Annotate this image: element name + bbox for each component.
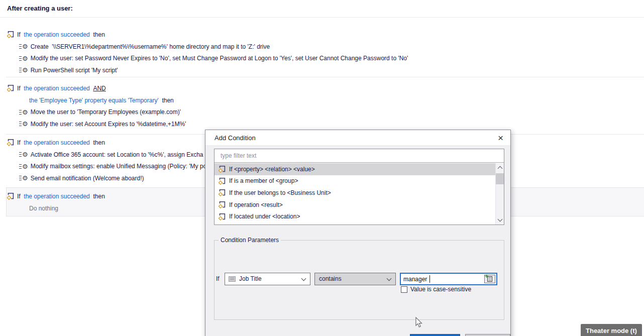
- rule-text-segment: AND: [93, 85, 105, 92]
- condition-type-listbox: If <property> <relation> <value>If is a …: [214, 149, 504, 225]
- condition-type-label: If is a member of <group>: [229, 177, 298, 184]
- rule-text-segment: then: [90, 31, 105, 38]
- condition-type-label: If operation <result>: [229, 201, 283, 208]
- rules-header: After creating a user:: [7, 5, 73, 12]
- condition-icon: [219, 213, 226, 220]
- condition-icon: [219, 201, 226, 208]
- insert-value-button[interactable]: [484, 275, 495, 283]
- condition-icon: [7, 139, 14, 146]
- page: After creating a user: If the operation …: [0, 0, 644, 336]
- rule-condition-link[interactable]: the operation succeeded: [24, 31, 89, 38]
- rule-text-segment: [90, 85, 93, 92]
- condition-icon: [7, 192, 14, 200]
- rule-condition-link[interactable]: the operation succeeded: [24, 193, 89, 200]
- condition-type-item[interactable]: If the user belongs to <Business Unit>: [214, 187, 495, 199]
- condition-icon: [7, 84, 14, 92]
- value-input[interactable]: [401, 274, 485, 284]
- condition-type-item[interactable]: If operation <result>: [214, 199, 495, 211]
- condition-type-label: If the user belongs to <Business Unit>: [229, 189, 331, 196]
- rule-text-segment: then: [90, 139, 105, 146]
- chevron-down-icon: [387, 276, 392, 281]
- rule-text-segment: Create '\\SERVER1\%department%\%username…: [31, 43, 270, 50]
- property-dropdown-value: Job Title: [239, 273, 262, 285]
- condition-type-label: If <property> <relation> <value>: [229, 166, 315, 173]
- condition-type-label: If located under <location>: [229, 213, 300, 220]
- add-condition-dialog: Add Condition × If <property> <relation>…: [205, 130, 511, 336]
- rule-block: If the operation succeeded ANDthe 'Emplo…: [0, 82, 644, 130]
- rule-text-segment: then: [90, 193, 105, 200]
- close-icon[interactable]: ×: [496, 133, 505, 143]
- rule-action-row[interactable]: ⚙Run PowerShell script 'My script': [0, 64, 644, 76]
- dialog-primary-button[interactable]: [410, 334, 460, 336]
- relation-dropdown-value: contains: [319, 273, 342, 285]
- action-gear-icon: ⚙: [19, 109, 28, 116]
- condition-type-item[interactable]: If is a member of <group>: [214, 175, 495, 187]
- rule-text-segment: Send email notification (Welcome aboard!…: [31, 175, 144, 182]
- if-label: If: [216, 273, 220, 285]
- rule-text-segment: Modify the user: set Password Never Expi…: [31, 55, 408, 62]
- scroll-up-icon[interactable]: [496, 163, 504, 172]
- rule-text-segment: Move the user to 'Temporary Employees (e…: [31, 108, 181, 116]
- condition-icon: [219, 165, 226, 173]
- condition-type-item[interactable]: If <property> <relation> <value>: [214, 163, 495, 175]
- dialog-secondary-button[interactable]: [465, 334, 510, 336]
- rule-text-segment: Modify mailbox settings: enable Unified …: [31, 163, 206, 170]
- rule-text-segment: Run PowerShell script 'My script': [31, 67, 118, 74]
- property-dropdown[interactable]: Job Title: [225, 273, 310, 285]
- action-gear-icon: ⚙: [19, 55, 28, 62]
- scroll-down-icon[interactable]: [496, 216, 504, 225]
- scrollbar[interactable]: [495, 163, 504, 225]
- condition-filter-input[interactable]: [214, 149, 504, 163]
- rule-text-segment: Modify the user: set Account Expires to …: [31, 121, 186, 128]
- action-gear-icon: ⚙: [19, 151, 28, 158]
- text-caret: [430, 275, 430, 283]
- dialog-titlebar: Add Condition ×: [205, 130, 510, 146]
- condition-icon: [7, 31, 14, 38]
- rule-block: If the operation succeeded then⚙Create '…: [0, 29, 644, 76]
- value-input-wrap: [400, 273, 497, 285]
- condition-icon: [219, 189, 226, 196]
- rule-condition-row: If the operation succeeded AND: [0, 82, 644, 94]
- action-gear-icon: ⚙: [19, 67, 28, 73]
- separator: [6, 77, 644, 77]
- action-gear-icon: ⚙: [19, 43, 28, 50]
- case-sensitive-checkbox[interactable]: [401, 286, 407, 293]
- group-label: Condition Parameters: [219, 237, 281, 244]
- rule-condition-link[interactable]: the operation succeeded: [24, 85, 89, 92]
- insert-value-icon: [487, 276, 492, 282]
- rule-text-segment: Do nothing: [29, 205, 58, 212]
- chevron-down-icon: [301, 276, 306, 281]
- rule-action-row[interactable]: ⚙Create '\\SERVER1\%department%\%usernam…: [0, 41, 644, 53]
- condition-type-item[interactable]: If located under <location>: [214, 210, 495, 222]
- relation-dropdown[interactable]: contains: [314, 273, 396, 285]
- action-gear-icon: ⚙: [19, 175, 28, 181]
- action-gear-icon: ⚙: [19, 163, 28, 170]
- rule-action-row[interactable]: ⚙Modify the user: set Account Expires to…: [0, 118, 644, 130]
- separator: [0, 17, 644, 18]
- rule-text-segment: If: [17, 139, 24, 146]
- rule-condition-link[interactable]: the operation succeeded: [24, 139, 89, 146]
- condition-type-list: If <property> <relation> <value>If is a …: [214, 163, 495, 225]
- dialog-title: Add Condition: [214, 134, 256, 142]
- rule-condition-row: If the operation succeeded then: [0, 29, 644, 41]
- rule-condition-row: the 'Employee Type' property equals 'Tem…: [0, 94, 644, 106]
- action-gear-icon: ⚙: [19, 121, 28, 127]
- condition-icon: [219, 177, 226, 185]
- case-sensitive-label: Value is case-sensitive: [410, 286, 471, 293]
- rule-text-segment: If: [17, 193, 24, 200]
- theater-mode-tooltip: Theater mode (t): [581, 324, 642, 336]
- scrollbar-thumb[interactable]: [496, 173, 504, 184]
- rule-text-segment: then: [159, 97, 174, 104]
- mouse-cursor-icon: [415, 317, 423, 328]
- rule-text-segment: If: [17, 85, 24, 92]
- rule-action-row[interactable]: ⚙Move the user to 'Temporary Employees (…: [0, 106, 644, 118]
- property-icon: [229, 276, 236, 282]
- rule-text-segment: Activate Office 365 account: set Locatio…: [31, 151, 203, 158]
- rule-action-row[interactable]: ⚙Modify the user: set Password Never Exp…: [0, 52, 644, 64]
- rule-text-segment: If: [17, 31, 24, 38]
- rule-condition-link[interactable]: the 'Employee Type' property equals 'Tem…: [29, 97, 159, 104]
